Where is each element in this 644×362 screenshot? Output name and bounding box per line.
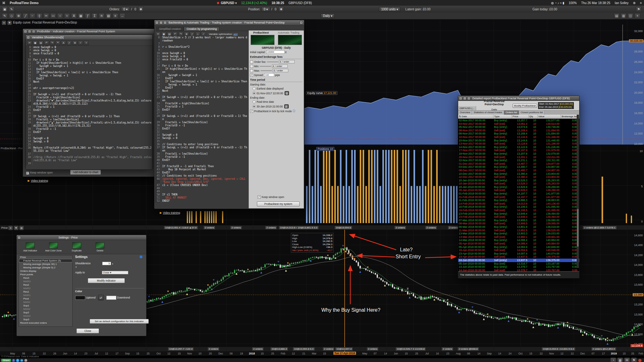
alert-dot-icon[interactable] bbox=[638, 359, 641, 362]
order-row[interactable]: 03-Dec-2017 00:00:00Buy (entry)13,480.71… bbox=[458, 165, 579, 169]
order-row[interactable]: 02-Nov-2017 00:00:00Buy (entry)13,257.71… bbox=[458, 119, 579, 122]
code-line[interactable]: 29 FractalL = low[ShoulderSize] bbox=[155, 121, 248, 124]
spread-checkbox[interactable]: ✓ bbox=[250, 74, 253, 77]
code-line[interactable]: 36// Conditions to enter long positions bbox=[155, 143, 248, 146]
report-instrument-tab[interactable]: GBP/USD (... bbox=[458, 106, 476, 110]
price-expand-icon[interactable]: ▦ bbox=[19, 226, 24, 230]
settings-close-button[interactable]: Close bbox=[76, 328, 99, 333]
order-row[interactable]: 10-Nov-2017 00:00:00Sell (exit)13,144.61… bbox=[458, 135, 579, 139]
code-line[interactable]: 26 bbox=[26, 112, 152, 115]
order-badge[interactable]: 10@13,257.7 ↓122.4 bbox=[168, 347, 194, 351]
code-line[interactable]: 52ENDIF bbox=[155, 200, 248, 203]
code-line[interactable]: 27 bbox=[155, 112, 248, 115]
order-badge[interactable]: 10@14,004.6 bbox=[335, 226, 352, 229]
search-icon[interactable]: ⊕ bbox=[633, 1, 636, 5]
order-badge[interactable]: 10@14,007.4 bbox=[335, 347, 353, 351]
code-line[interactable]: 8once FractalD = 0 bbox=[26, 52, 152, 55]
email-icon[interactable]: ✉ bbox=[24, 359, 27, 362]
close-icon[interactable]: × bbox=[27, 36, 30, 39]
code-line[interactable]: 20 bbox=[26, 90, 152, 93]
paste-icon[interactable]: ▤ bbox=[167, 32, 172, 36]
maximize-icon[interactable]: □ bbox=[164, 21, 167, 24]
code-line[interactable]: 24 FractalD = 1 bbox=[26, 106, 152, 109]
order-badge[interactable]: 10@14,013.6 8 bbox=[279, 226, 299, 229]
camera-icon[interactable]: ◔ bbox=[610, 358, 616, 362]
code-line[interactable]: 46ignored, ignored, ignored, Dev, ignore… bbox=[155, 178, 248, 184]
code-line[interactable]: 20 EndIf bbox=[155, 86, 248, 90]
order-row[interactable]: 09-Mar-2018 00:00:00Buy (entry)13,801.91… bbox=[458, 225, 579, 229]
order-row[interactable]: 05-Jun-2018 00:00:00Buy (exit)13,316.710… bbox=[458, 262, 579, 266]
order-row[interactable]: 14-Feb-2018 00:00:00Sell (exit)14,013.61… bbox=[458, 202, 579, 206]
app-name[interactable]: ProRealTime Demo bbox=[10, 1, 39, 5]
chart-style-icon[interactable]: ▥ bbox=[621, 13, 626, 19]
check-icon[interactable]: ✓ bbox=[201, 32, 206, 36]
tool-╱-icon[interactable]: ╱ bbox=[23, 13, 28, 19]
min-fee-unit[interactable]: £ / order bbox=[272, 64, 288, 68]
report-tab-closed-positions-list[interactable]: Closed positions list bbox=[519, 111, 545, 115]
report-tab-orders-list[interactable]: Orders list bbox=[504, 111, 519, 115]
timeframe-dropdown[interactable]: Daily ▾ bbox=[321, 14, 335, 18]
settings-titlebar[interactable]: × Settings - Price bbox=[17, 235, 146, 240]
max-fee-unit[interactable]: £ / order bbox=[273, 69, 288, 72]
order-row[interactable]: 16-Feb-2018 00:00:00Buy (entry)14,106.51… bbox=[458, 205, 579, 209]
share-button[interactable]: Share bbox=[1, 359, 11, 362]
max-fee-input[interactable] bbox=[261, 70, 272, 71]
report-scrollbar[interactable] bbox=[577, 115, 579, 268]
order-row[interactable]: 16-Apr-2018 00:00:00Sell (exit)14,004.61… bbox=[458, 249, 579, 252]
code-line[interactable]: 16 EndIf bbox=[26, 77, 152, 80]
code-line[interactable]: 15 SwingL = SwingL + 1 bbox=[26, 74, 152, 77]
earliest-date-radio[interactable] bbox=[253, 87, 256, 90]
variables-titlebar[interactable]: × Variables Shouldersize[5] bbox=[26, 35, 152, 40]
order-row[interactable]: 08-Nov-2017 00:00:00Buy (entry)13,169.41… bbox=[458, 132, 579, 135]
code-line[interactable]: 23If SwingH = (r+1) and (FractalD = 0 or… bbox=[155, 96, 248, 102]
status-icons[interactable]: ◍ ◔ ♪ ≈ ▮ bbox=[551, 1, 564, 5]
text-icon[interactable]: A bbox=[61, 41, 66, 45]
order-row[interactable]: 05-Apr-2018 00:00:00Sell (exit)14,088.41… bbox=[458, 242, 579, 245]
tool-≡-icon[interactable]: ≡ bbox=[113, 13, 118, 19]
twitter-icon[interactable]: t bbox=[16, 359, 19, 362]
order-row[interactable]: 26-Jan-2018 00:00:00Sell (exit)13,828.01… bbox=[458, 189, 579, 192]
function-icon[interactable]: ƒ bbox=[190, 32, 195, 36]
checkbox-icon[interactable]: ✓ bbox=[26, 172, 29, 175]
order-badge[interactable]: 2 orders bbox=[441, 347, 453, 351]
bulb-icon[interactable]: ☼ bbox=[195, 32, 200, 36]
tab-creation-by-programming[interactable]: Creation by programming bbox=[184, 27, 219, 31]
shouldersize-stepper[interactable]: 5 bbox=[102, 262, 111, 265]
order-row[interactable]: 08-Dec-2017 00:00:00Sell (exit)13,480.71… bbox=[458, 169, 579, 172]
code-line[interactable]: 8r = ShoulderSize*2 bbox=[155, 46, 248, 49]
order-badge[interactable]: 10@13,801.9 3.3 bbox=[297, 226, 319, 229]
backtest-video-link[interactable]: ▶Video training bbox=[160, 211, 180, 214]
order-badge[interactable]: 10@13,051.4 ↓118.6 ▲37.9 bbox=[164, 226, 198, 229]
tree-item[interactable]: MidR1 bbox=[19, 293, 72, 297]
tree-item[interactable]: Fractal Reversal Point System (5) bbox=[19, 259, 72, 262]
linkedin-icon[interactable]: in bbox=[20, 359, 23, 362]
code-line[interactable]: 19 SwingL = SwingL + 1 bbox=[155, 83, 248, 86]
tool-≈-icon[interactable]: ≈ bbox=[64, 13, 70, 19]
code-line[interactable]: 29 drawtext("▲",barindex[ShoulderSize],F… bbox=[26, 121, 152, 128]
order-row[interactable]: 10-Dec-2017 00:00:00Buy (entry)13,380.41… bbox=[458, 172, 579, 176]
orders-count-dropdown[interactable]: 0 ▾ bbox=[121, 7, 130, 12]
code-line[interactable]: 9 bbox=[26, 55, 152, 58]
order-row[interactable]: 10-Jan-2018 00:00:00Sell (exit)13,528.31… bbox=[458, 182, 579, 185]
bt-keep-open-checkbox[interactable]: ✓ bbox=[258, 195, 261, 199]
flag-icon[interactable]: ⚑ bbox=[631, 358, 637, 362]
order-row[interactable]: 13-Nov-2017 00:00:00Sell (exit)13,118.61… bbox=[458, 142, 579, 145]
code-line[interactable]: 30 FractalD = -1 bbox=[26, 128, 152, 131]
tool-✂-icon[interactable]: ✂ bbox=[43, 13, 49, 19]
column-header-price[interactable]: Price bbox=[512, 115, 529, 118]
code-line[interactable]: 41 bbox=[155, 162, 248, 165]
order-row[interactable]: 13-Mar-2018 00:00:00Sell (exit)13,960.11… bbox=[458, 235, 579, 239]
order-row[interactable]: 11-Mar-2018 00:00:00Sell (exit)13,852.51… bbox=[458, 229, 579, 232]
order-row[interactable]: 01-Dec-2017 00:00:00Sell (exit)13,487.71… bbox=[458, 162, 579, 166]
maximize-icon[interactable]: □ bbox=[467, 97, 470, 100]
positions-tag[interactable]: Positions 10 bbox=[316, 147, 334, 151]
tool-π-icon[interactable]: π bbox=[99, 13, 104, 19]
position-count-dropdown[interactable]: 0 ▾ bbox=[261, 7, 270, 12]
code-line[interactable]: 15 If high[ShoulderSize] > high[i] or i … bbox=[155, 68, 248, 74]
order-badge[interactable]: 2 orders bbox=[394, 226, 406, 229]
undo-icon[interactable]: ↶ bbox=[44, 41, 49, 45]
variable-optimization-add-link[interactable]: add bbox=[233, 33, 237, 36]
tool-▧-icon[interactable]: ▧ bbox=[106, 13, 111, 19]
order-row[interactable]: 18-Jan-2018 00:00:00Buy (entry)13,826.91… bbox=[458, 185, 579, 189]
probuilder-titlebar[interactable]: × − □ ProBuilder - Indicator creation - … bbox=[23, 29, 154, 34]
